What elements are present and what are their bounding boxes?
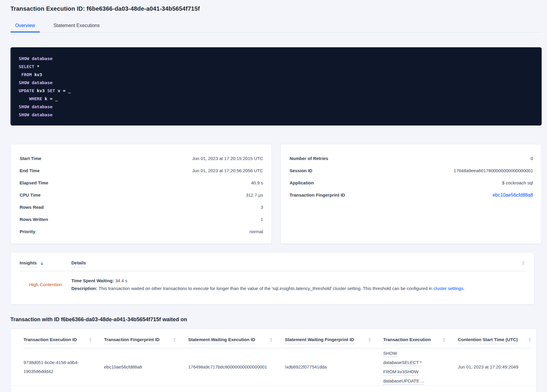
sql-keyword: SET — [47, 88, 55, 93]
table-row: 9738d051-bc0e-4158-a9b4-1903586ddd42ebc1… — [11, 348, 536, 386]
summary-row: Rows Written1 — [20, 213, 263, 225]
column-header-label[interactable]: Statement Waiting Execution ID — [188, 337, 255, 344]
sql-line: SHOW database — [19, 103, 535, 111]
execution-details-card: Start TimeJun 01, 2023 at 17:20:15:2015 … — [10, 144, 272, 244]
summary-row: End TimeJun 01, 2023 at 17:20:56:2056 UT… — [20, 164, 263, 177]
sql-text: v = _ — [55, 88, 70, 93]
sql-keyword: UPDATE — [19, 88, 34, 93]
sort-icon[interactable] — [368, 338, 371, 342]
page: { "header": { "title": "Transaction Exec… — [0, 0, 547, 392]
waited-on-heading: Transaction with ID f6be6366-da03-48de-a… — [10, 316, 542, 323]
description-text: This transaction waited on other transac… — [98, 286, 434, 291]
summary-row: Rows Read3 — [20, 201, 263, 213]
waited-on-table-body: 9738d051-bc0e-4158-a9b4-1903586ddd42ebc1… — [11, 348, 536, 386]
sql-statements-box: SHOW databaseSELECT * FROM kv3SHOW datab… — [10, 47, 542, 126]
insight-type-badge: High Contention — [20, 282, 71, 287]
summary-row-value: Jun 01, 2023 at 17:20:15:2015 UTC — [192, 156, 263, 161]
transaction-execution-link[interactable]: SHOW databaseSELECT * FROM kv3SHOW datab… — [383, 349, 436, 385]
summary-row: Transaction Fingerprint IDebc10ae56cfd88… — [290, 189, 533, 201]
summary-row: CPU Time312.7 µs — [20, 189, 263, 201]
tab-statement-executions-label: Statement Executions — [54, 23, 100, 28]
sql-keyword: SHOW database — [19, 80, 53, 85]
sql-keyword: WHERE — [29, 96, 42, 101]
statement-waiting-execution-id-cell: 176498a9c717bdc80000000000000001 — [188, 363, 285, 371]
summary-cards-row: Start TimeJun 01, 2023 at 17:20:15:2015 … — [10, 144, 542, 244]
insight-description: Description: This transaction waited on … — [71, 285, 465, 292]
column-header[interactable]: Transaction Execution ID — [23, 337, 104, 344]
summary-row-value: 0 — [531, 156, 533, 161]
column-header[interactable]: Statement Waiting Execution ID — [188, 337, 285, 344]
contention-start-time-cell: Jun 01, 2023 at 17:20:49:2049 — [458, 363, 532, 371]
page-title: Transaction Execution ID: f6be6366-da03-… — [10, 5, 542, 12]
column-header-insights[interactable]: Insights — [20, 260, 71, 267]
details-column-label[interactable]: Details — [71, 260, 86, 267]
column-header-label[interactable]: Contention Start Time (UTC) — [458, 337, 518, 344]
column-header-label[interactable]: Statement Waiting Fingerprint ID — [285, 337, 354, 344]
time-spent-waiting-label: Time Spent Waiting: — [71, 278, 114, 283]
column-header-details[interactable]: Details — [71, 260, 86, 266]
sql-line: SHOW database — [19, 111, 535, 119]
summary-row-label: CPU Time — [20, 192, 41, 197]
summary-row-value: $ cockroach sql — [502, 180, 533, 185]
sql-keyword: SHOW database — [19, 56, 53, 61]
tab-statement-executions[interactable]: Statement Executions — [49, 20, 105, 32]
sql-keyword: FROM — [21, 72, 32, 77]
insights-table-header: Insights Details — [20, 253, 525, 267]
tab-overview[interactable]: Overview — [10, 20, 40, 32]
column-header-label[interactable]: Transaction Fingerprint ID — [104, 337, 160, 344]
summary-row-label: Application — [290, 180, 314, 185]
sql-text — [19, 96, 29, 101]
waited-on-table-header: Transaction Execution IDTransaction Fing… — [11, 329, 536, 344]
sort-icon[interactable] — [443, 338, 445, 342]
time-spent-waiting-value: 34.4 s — [114, 278, 127, 283]
sql-keyword: SHOW database — [19, 112, 53, 117]
fingerprint-id-link[interactable]: ebc10ae56cfd88a8 — [493, 192, 533, 198]
sort-icon[interactable] — [522, 261, 524, 265]
column-header[interactable]: Statement Waiting Fingerprint ID — [285, 337, 383, 344]
sql-line: WHERE k = _ — [19, 95, 535, 103]
transaction-execution-id-cell: 9738d051-bc0e-4158-a9b4-1903586ddd42 — [23, 358, 96, 376]
statement-waiting-fingerprint-id-cell: \xdb8922f077541dda — [285, 363, 383, 371]
sql-code: SHOW databaseSELECT * FROM kv3SHOW datab… — [19, 55, 535, 119]
summary-row-value: 40.9 s — [251, 180, 263, 185]
time-spent-waiting: Time Spent Waiting: 34.4 s — [71, 277, 465, 285]
sort-icon[interactable] — [89, 338, 92, 342]
sql-line: UPDATE kv3 SET v = _ — [19, 87, 535, 95]
summary-row-label: Transaction Fingerprint ID — [290, 192, 345, 197]
sort-icon[interactable] — [270, 338, 272, 342]
summary-row-label: Priority — [20, 229, 35, 234]
transaction-fingerprint-id-cell: ebc10ae56cfd88a8 — [104, 363, 188, 371]
column-header-label[interactable]: Transaction Execution ID — [23, 337, 77, 344]
summary-row-label: Rows Read — [20, 205, 44, 210]
tab-overview-label: Overview — [15, 23, 35, 28]
sql-line: SHOW database — [19, 55, 535, 63]
sql-keyword: SHOW database — [19, 104, 53, 109]
summary-row-label: Rows Written — [20, 217, 48, 222]
summary-row: Session ID17648a9eea60178000000000000000… — [290, 164, 533, 177]
column-header[interactable]: Transaction Fingerprint ID — [104, 337, 188, 344]
sql-text: k = _ — [42, 96, 58, 101]
description-suffix: . — [463, 286, 464, 291]
description-label: Description: — [71, 286, 98, 291]
insights-card: Insights Details High Contention Time Sp… — [10, 252, 534, 305]
summary-row-value: 3 — [261, 205, 263, 210]
sql-line: SELECT * — [19, 63, 535, 71]
sql-line: SHOW database — [19, 79, 535, 87]
content-container: Transaction Execution ID: f6be6366-da03-… — [10, 5, 542, 392]
cluster-settings-link[interactable]: cluster settings — [433, 286, 463, 291]
summary-row: Start TimeJun 01, 2023 at 17:20:15:2015 … — [20, 152, 263, 164]
sort-icon[interactable] — [173, 338, 176, 342]
insight-details: Time Spent Waiting: 34.4 s Description: … — [71, 277, 465, 292]
column-header[interactable]: Contention Start Time (UTC) — [458, 337, 532, 344]
column-header[interactable]: Transaction Execution — [383, 337, 458, 344]
sort-icon[interactable] — [529, 338, 531, 342]
column-header-label[interactable]: Transaction Execution — [383, 337, 431, 344]
summary-row-value: 17648a9eea6017800000000000000001 — [454, 168, 533, 173]
insights-column-label[interactable]: Insights — [20, 260, 37, 267]
summary-row: Prioritynormal — [20, 225, 263, 238]
sort-icon[interactable] — [41, 261, 43, 267]
waited-on-table-card: Transaction Execution IDTransaction Fing… — [10, 329, 537, 392]
summary-row-value: normal — [249, 229, 263, 234]
sql-text: kv3 — [34, 88, 47, 93]
sql-text — [19, 72, 21, 77]
